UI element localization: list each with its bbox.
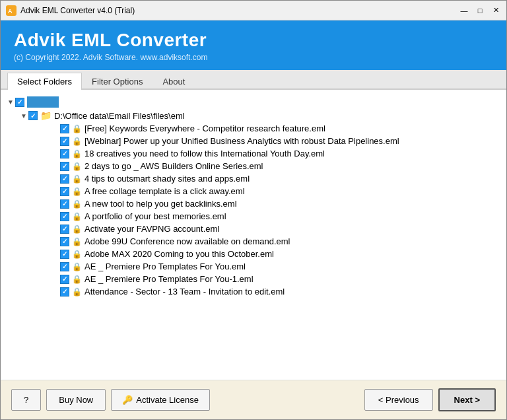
tree-file-node: 🔒A portfolio of your best memories.eml — [7, 210, 500, 223]
file-checkbox[interactable] — [60, 162, 69, 171]
file-checkbox[interactable] — [60, 174, 69, 184]
help-button[interactable]: ? — [11, 389, 41, 411]
tree-root-node: ▼ — [7, 95, 500, 109]
file-checkbox[interactable] — [60, 124, 69, 133]
file-label: Attendance - Sector - 13 Team - Invitati… — [84, 287, 285, 297]
eml-icon: 🔒 — [72, 174, 82, 184]
close-button[interactable]: ✕ — [490, 5, 501, 16]
tree-file-node: 🔒A free collage template is a click away… — [7, 185, 500, 197]
folder-checkbox[interactable] — [28, 111, 38, 120]
main-content: ▼ ▼ 📁 D:\Office data\Email Files\files\e… — [1, 90, 506, 380]
file-label: Activate your FAVPNG account.eml — [84, 224, 219, 234]
file-label: AE _ Premiere Pro Templates For You-1.em… — [84, 274, 254, 284]
tab-select-folders[interactable]: Select Folders — [7, 73, 82, 90]
key-icon: 🔑 — [122, 395, 133, 405]
app-header: Advik EML Converter (c) Copyright 2022. … — [1, 20, 506, 70]
previous-button[interactable]: < Previous — [364, 389, 433, 411]
file-checkbox[interactable] — [60, 199, 69, 209]
file-label: [Free] Keywords Everywhere - Competitor … — [84, 123, 325, 133]
eml-icon: 🔒 — [72, 262, 82, 271]
tab-about[interactable]: About — [152, 73, 195, 90]
expand-icon-root[interactable]: ▼ — [7, 98, 14, 106]
file-label: 2 days to go _ AWS Builders Online Serie… — [84, 161, 263, 171]
maximize-button[interactable]: □ — [475, 5, 485, 16]
file-label: AE _ Premiere Pro Templates For You.eml — [84, 262, 246, 271]
eml-icon: 🔒 — [72, 137, 82, 146]
tree-file-node: 🔒[Webinar] Power up your Unified Busines… — [7, 135, 500, 147]
tree-file-node: 🔒2 days to go _ AWS Builders Online Seri… — [7, 160, 500, 172]
tree-file-node: 🔒AE _ Premiere Pro Templates For You-1.e… — [7, 273, 500, 285]
eml-icon: 🔒 — [72, 187, 82, 196]
file-label: A new tool to help you get backlinks.eml — [84, 199, 237, 209]
minimize-button[interactable]: — — [459, 5, 469, 16]
file-checkbox[interactable] — [60, 137, 69, 146]
root-checkbox[interactable] — [15, 98, 24, 107]
file-checkbox[interactable] — [60, 287, 69, 297]
tree-file-node: 🔒Adobe MAX 2020 Coming to you this Octob… — [7, 248, 500, 260]
file-label: 18 creatives you need to follow this Int… — [84, 149, 325, 158]
file-label: 4 tips to outsmart shady sites and apps.… — [84, 174, 250, 184]
title-bar: A Advik EML Converter v4.0 (Trial) — □ ✕ — [1, 1, 506, 20]
tree-folder-node: ▼ 📁 D:\Office data\Email Files\files\eml — [7, 109, 500, 122]
app-title: Advik EML Converter — [14, 30, 493, 51]
file-checkbox[interactable] — [60, 250, 69, 259]
eml-icon: 🔒 — [72, 162, 82, 171]
eml-icon: 🔒 — [72, 225, 82, 234]
buy-now-button[interactable]: Buy Now — [46, 389, 106, 411]
eml-icon: 🔒 — [72, 250, 82, 259]
file-checkbox[interactable] — [60, 149, 69, 158]
window-controls: — □ ✕ — [459, 5, 501, 16]
file-label: [Webinar] Power up your Unified Business… — [84, 136, 399, 146]
eml-icon: 🔒 — [72, 237, 82, 246]
tree-file-node: 🔒AE _ Premiere Pro Templates For You.eml — [7, 260, 500, 273]
svg-text:A: A — [8, 8, 13, 15]
folder-path: D:\Office data\Email Files\files\eml — [54, 111, 185, 121]
eml-icon: 🔒 — [72, 199, 82, 209]
app-subtitle: (c) Copyright 2022. Advik Software. www.… — [14, 53, 493, 62]
file-checkbox[interactable] — [60, 212, 69, 221]
file-checkbox[interactable] — [60, 262, 69, 271]
file-label: Adobe 99U Conference now available on de… — [84, 236, 290, 246]
file-label: A portfolio of your best memories.eml — [84, 211, 226, 221]
file-label: A free collage template is a click away.… — [84, 186, 245, 196]
activate-label: Activate License — [136, 395, 199, 405]
tab-filter-options[interactable]: Filter Options — [82, 73, 152, 90]
eml-icon: 🔒 — [72, 124, 82, 133]
file-checkbox[interactable] — [60, 275, 69, 284]
file-tree: ▼ ▼ 📁 D:\Office data\Email Files\files\e… — [7, 95, 500, 122]
title-bar-title: Advik EML Converter v4.0 (Trial) — [20, 6, 459, 15]
next-button[interactable]: Next > — [438, 388, 496, 411]
tree-file-node: 🔒Attendance - Sector - 13 Team - Invitat… — [7, 285, 500, 298]
eml-icon: 🔒 — [72, 149, 82, 158]
app-icon: A — [6, 5, 17, 16]
file-checkbox[interactable] — [60, 237, 69, 246]
tree-file-node: 🔒4 tips to outsmart shady sites and apps… — [7, 172, 500, 185]
tab-bar: Select Folders Filter Options About — [1, 70, 506, 90]
eml-icon: 🔒 — [72, 212, 82, 221]
file-label: Adobe MAX 2020 Coming to you this Octobe… — [84, 249, 274, 259]
expand-icon-folder[interactable]: ▼ — [20, 112, 27, 120]
tree-file-node: 🔒[Free] Keywords Everywhere - Competitor… — [7, 122, 500, 135]
root-label — [27, 96, 59, 108]
tree-file-node: 🔒Activate your FAVPNG account.eml — [7, 223, 500, 235]
folder-icon: 📁 — [40, 110, 51, 121]
tree-file-node: 🔒Adobe 99U Conference now available on d… — [7, 235, 500, 248]
file-checkbox[interactable] — [60, 225, 69, 234]
activate-license-button[interactable]: 🔑 Activate License — [111, 389, 210, 411]
eml-icon: 🔒 — [72, 275, 82, 284]
file-checkbox[interactable] — [60, 187, 69, 196]
footer: ? Buy Now 🔑 Activate License < Previous … — [1, 380, 506, 419]
eml-icon: 🔒 — [72, 287, 82, 297]
tree-file-node: 🔒18 creatives you need to follow this In… — [7, 147, 500, 160]
tree-file-node: 🔒A new tool to help you get backlinks.em… — [7, 197, 500, 210]
file-list: 🔒[Free] Keywords Everywhere - Competitor… — [7, 122, 500, 298]
